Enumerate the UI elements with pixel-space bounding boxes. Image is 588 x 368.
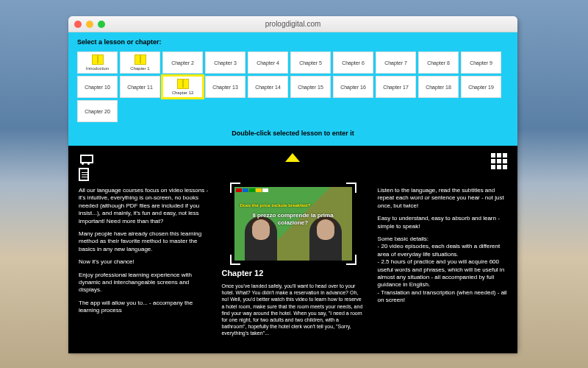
app-window: prologdigital.com Select a lesson or cha… bbox=[68, 16, 517, 353]
chapter-chip[interactable]: Chapter 9 bbox=[461, 52, 501, 74]
video-italian-caption: Il prezzo comprende la prima colazione? bbox=[242, 212, 345, 227]
chapter-chip[interactable]: Chapter 17 bbox=[376, 76, 416, 98]
chapter-chip-label: Chapter 6 bbox=[342, 60, 365, 66]
cart-icon[interactable] bbox=[79, 153, 93, 165]
chapter-chip[interactable]: Chapter 10 bbox=[77, 76, 118, 98]
chapter-chip-label: Chapter 19 bbox=[468, 85, 494, 90]
chapter-chip[interactable]: Chapter 11 bbox=[120, 76, 160, 98]
chapter-chip-label: Chapter 15 bbox=[298, 85, 323, 90]
left-p5: The app will allow you to... - accompany… bbox=[79, 300, 208, 315]
chapter-chip-label: Chapter 18 bbox=[426, 85, 451, 90]
right-p1: Listen to the language, read the subtitl… bbox=[378, 187, 507, 210]
chapter-chip-label: Chapter 9 bbox=[470, 60, 492, 66]
chapter-chip[interactable]: Chapter 8 bbox=[418, 52, 459, 74]
window-title: prologdigital.com bbox=[68, 20, 517, 28]
chapter-chip[interactable]: Chapter 12 bbox=[162, 76, 203, 98]
chapter-selector-panel: Select a lesson or chapter: Introduction… bbox=[68, 32, 517, 146]
video-yellow-caption: Does the price include breakfast? bbox=[240, 203, 311, 209]
titlebar: prologdigital.com bbox=[68, 16, 517, 32]
chapter-title: Chapter 12 bbox=[221, 268, 364, 278]
chapter-chip[interactable]: Chapter 13 bbox=[205, 76, 245, 98]
chapter-chip-label: Chapter 8 bbox=[427, 60, 450, 66]
middle-column: Does the price include breakfast? Il pre… bbox=[221, 187, 364, 336]
chapter-chip[interactable]: Chapter 4 bbox=[248, 52, 288, 74]
right-p3: Some basic details: - 20 video episodes,… bbox=[378, 236, 507, 305]
left-p3: Now it's your chance! bbox=[79, 258, 208, 266]
chapter-body: Once you've landed safely, you'll want t… bbox=[221, 283, 364, 336]
close-icon[interactable] bbox=[74, 21, 82, 28]
chapter-chip-label: Chapter 17 bbox=[383, 85, 409, 90]
chapter-chip[interactable]: Chapter 3 bbox=[205, 52, 245, 74]
chapter-chip-label: Chapter 1 bbox=[130, 66, 149, 71]
chapter-chip[interactable]: Chapter 2 bbox=[162, 52, 203, 74]
chapter-chip[interactable]: Chapter 6 bbox=[333, 52, 373, 74]
chapter-chip-label: Introduction bbox=[86, 66, 109, 71]
chapter-chip-label: Chapter 14 bbox=[255, 85, 281, 90]
chapter-chip-label: Chapter 2 bbox=[171, 60, 194, 66]
chapter-chip-label: Chapter 20 bbox=[85, 109, 110, 114]
video-frame[interactable]: Does the price include breakfast? Il pre… bbox=[234, 187, 352, 261]
chapter-chip-label: Chapter 11 bbox=[127, 85, 153, 90]
chevron-up-icon[interactable] bbox=[285, 153, 300, 162]
grid-menu-icon[interactable] bbox=[491, 153, 507, 169]
document-icon[interactable] bbox=[79, 168, 89, 181]
minimize-icon[interactable] bbox=[86, 21, 93, 28]
left-p2: Many people have already chosen this lea… bbox=[79, 230, 208, 253]
chapter-chip[interactable]: Chapter 18 bbox=[418, 76, 459, 98]
left-p4: Enjoy professional learning experience w… bbox=[79, 272, 208, 294]
chapter-chip-label: Chapter 13 bbox=[212, 85, 238, 90]
video-thumbnail: Does the price include breakfast? Il pre… bbox=[234, 187, 352, 261]
chapter-chip-label: Chapter 10 bbox=[85, 85, 110, 90]
chapter-chip-label: Chapter 7 bbox=[384, 60, 407, 66]
left-column: All our language courses focus on video … bbox=[79, 187, 208, 336]
chapter-chip-label: Chapter 16 bbox=[340, 85, 366, 90]
chapter-chip[interactable]: Chapter 16 bbox=[333, 76, 373, 98]
chapter-chip[interactable]: Chapter 5 bbox=[290, 52, 331, 74]
selector-hint: Double-click selected lesson to enter it bbox=[77, 122, 509, 141]
chapter-chip[interactable]: Chapter 14 bbox=[248, 76, 288, 98]
chapter-chip[interactable]: Chapter 15 bbox=[290, 76, 331, 98]
chapter-chip[interactable]: Chapter 1 bbox=[120, 52, 160, 74]
chapter-chip[interactable]: Introduction bbox=[77, 52, 118, 74]
right-column: Listen to the language, read the subtitl… bbox=[378, 187, 507, 336]
chapter-chip[interactable]: Chapter 20 bbox=[77, 100, 118, 122]
selector-label: Select a lesson or chapter: bbox=[77, 38, 509, 46]
chapter-grid: IntroductionChapter 1Chapter 2Chapter 3C… bbox=[77, 52, 509, 122]
zoom-icon[interactable] bbox=[98, 21, 105, 28]
chapter-chip-label: Chapter 12 bbox=[172, 91, 194, 95]
chapter-chip[interactable]: Chapter 7 bbox=[376, 52, 416, 74]
chapter-chip[interactable]: Chapter 19 bbox=[461, 76, 501, 98]
chapter-chip-label: Chapter 5 bbox=[299, 60, 322, 66]
right-p2: Easy to understand, easy to absorb and l… bbox=[378, 215, 507, 230]
content-panel: All our language courses focus on video … bbox=[68, 146, 517, 353]
left-p1: All our language courses focus on video … bbox=[79, 187, 208, 225]
chapter-chip-label: Chapter 4 bbox=[257, 60, 279, 66]
chapter-chip-label: Chapter 3 bbox=[214, 60, 237, 66]
